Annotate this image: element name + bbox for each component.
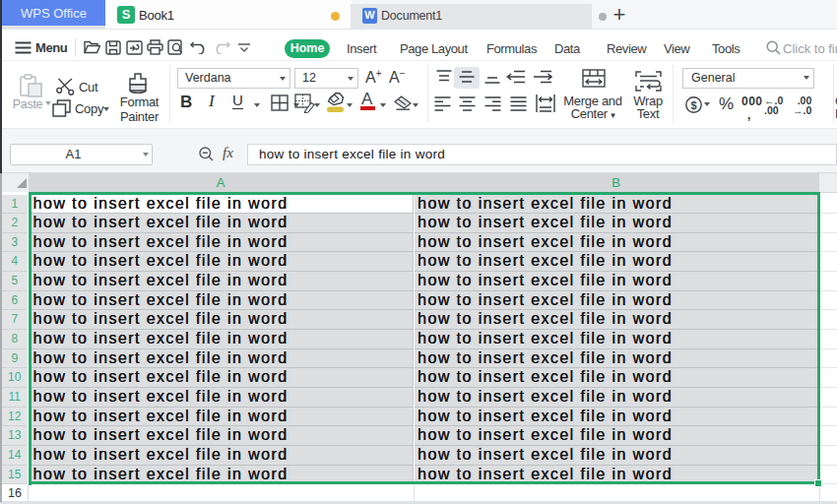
svg-text:$: $ (690, 99, 696, 111)
